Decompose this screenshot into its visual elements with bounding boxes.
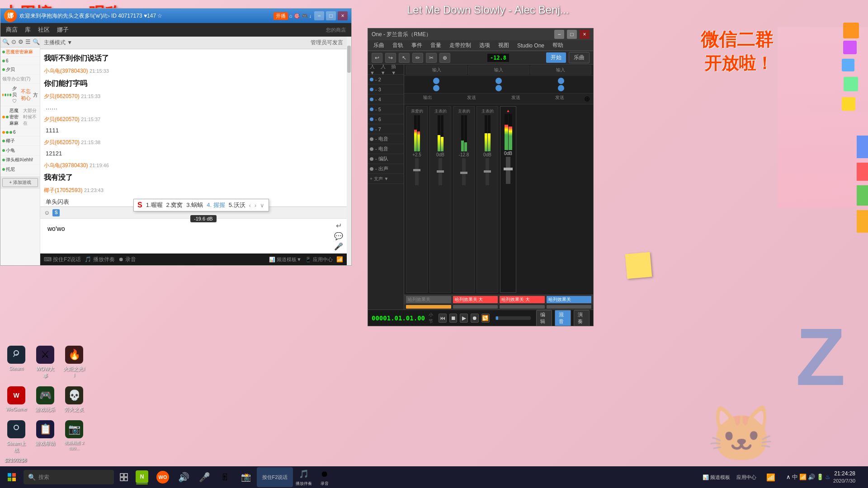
daw-music-btn[interactable]: 乐曲 (569, 52, 590, 63)
nav-nizi[interactable]: 娜子 (57, 26, 69, 34)
knob-1[interactable] (433, 78, 439, 84)
desktop-icon-wow[interactable]: ⚔ WOW大事 (33, 344, 58, 381)
sidebar-user-demon2[interactable]: 恶魔密密麻麻 大部分时候不在 (0, 106, 40, 128)
comment-icon[interactable]: 💬 (334, 232, 343, 240)
transport-play[interactable]: ▶ (460, 314, 468, 323)
window-controls[interactable]: − □ × (314, 11, 348, 20)
knob-2[interactable] (433, 85, 439, 91)
desktop-icon-torch[interactable]: 🔥 火炬之光II (61, 344, 87, 381)
ime-option-3[interactable]: 3.蜗蜗 (186, 201, 203, 209)
mic-icon[interactable]: 🎤 (334, 242, 343, 251)
desktop-icon-wegame[interactable]: W WeGame (4, 385, 29, 415)
ime-option-5[interactable]: 5.沃沃 (229, 201, 245, 209)
strip-3-db[interactable]: -12.8 (459, 152, 469, 157)
effect-4[interactable]: 哈列效果关 (547, 296, 592, 303)
sidebar-user-xibei2[interactable]: 夕贝♡ 不忘初心 方 (0, 84, 40, 106)
transport-prev[interactable]: ⏮ (439, 314, 447, 323)
taskbar-screenshot[interactable]: 📸 (236, 467, 256, 487)
daw-menu-help[interactable]: 帮助 (549, 41, 567, 50)
ime-expand[interactable]: ∨ (260, 202, 264, 209)
taskbar-audio[interactable]: 🔊 (174, 467, 193, 487)
daw-menu-view[interactable]: 视图 (495, 41, 513, 50)
sidebar-user-coconut[interactable]: 椰子 (0, 136, 40, 146)
start-button[interactable] (2, 467, 22, 487)
sidebar-user-demon[interactable]: 恶魔密密麻麻 (0, 47, 40, 57)
user-settings-icon[interactable]: ⚙ (18, 38, 24, 45)
daw-menu-studio[interactable]: Studio One (514, 42, 548, 50)
taskbar-gfx[interactable]: N (132, 467, 152, 487)
sidebar-user-xibei[interactable]: 夕贝 (0, 65, 40, 75)
toolbar-mode[interactable]: 主播模式 ▼ (44, 39, 72, 47)
record-btn[interactable]: ⏺ 录音 (118, 256, 136, 263)
sidebar-user-turtle[interactable]: 小龟 (0, 146, 40, 155)
master-db[interactable]: 0dB (504, 151, 512, 156)
tray-steam-icon[interactable]: ♨ (825, 474, 830, 480)
daw-menu-volume[interactable]: 音量 (427, 41, 445, 50)
desktop-icon-steam[interactable]: Steam (4, 344, 29, 381)
tray-battery[interactable]: 🔋 (816, 474, 824, 480)
user-list-icon[interactable]: ☰ (25, 38, 31, 45)
transport-perform[interactable]: 演奏 (574, 310, 590, 326)
daw-close[interactable]: × (580, 30, 590, 39)
daw-tool-cursor[interactable]: ↖ (399, 53, 410, 63)
desktop-icon-skull[interactable]: 💀 劳火之炙 (61, 385, 87, 415)
taskbar-music[interactable]: 🎵 播放伴奏 (294, 467, 314, 487)
transport-mix[interactable]: 混音 (555, 310, 571, 326)
ime-suggestion-bar[interactable]: S 1.喔喔 2.窝窝 3.蜗蜗 4. 握握 5.沃沃 ‹ › ∨ (133, 199, 269, 211)
ime-option-4[interactable]: 4. 握握 (207, 201, 225, 209)
ime-next[interactable]: › (255, 202, 256, 209)
task-view-btn[interactable] (116, 467, 132, 487)
daw-tool-pencil[interactable]: ✏ (412, 53, 423, 63)
desktop-icon-steam2[interactable]: Steam上线 (4, 418, 29, 455)
knob-6[interactable] (558, 85, 564, 91)
daw-tool-1[interactable]: ↩ (372, 53, 382, 63)
tray-network[interactable]: 📶 (799, 474, 807, 480)
effect-3[interactable]: 哈列效果关 大 (500, 296, 545, 303)
nav-community[interactable]: 社区 (38, 26, 50, 34)
emoji-icon[interactable]: ☺ (44, 209, 50, 216)
close-btn[interactable]: × (338, 11, 348, 20)
sidebar-user-office[interactable]: 领导办公室(7) (0, 75, 40, 84)
transport-loop[interactable]: 🔁 (481, 314, 490, 323)
daw-menu-track[interactable]: 音轨 (389, 41, 407, 50)
desktop-icon-screenshot[interactable]: 📷 视频截图 2020... (61, 418, 87, 455)
transport-stop[interactable]: ⏹ (449, 314, 458, 323)
sougou-icon[interactable]: S (52, 209, 60, 216)
strip-2-fader[interactable] (439, 158, 442, 185)
ime-option-1[interactable]: 1.喔喔 (146, 201, 163, 209)
tray-chevron[interactable]: ∧ (786, 474, 791, 480)
strip-1-fader[interactable] (415, 158, 419, 185)
transport-progress[interactable] (495, 316, 531, 320)
taskbar-apps[interactable]: 应用中心 (733, 467, 760, 487)
daw-add-output[interactable]: ⊕ (582, 94, 591, 103)
transport-record[interactable]: ⏺ (471, 314, 479, 323)
maximize-btn[interactable]: □ (326, 11, 336, 20)
scrollbar[interactable] (347, 37, 351, 265)
knob-5[interactable] (558, 78, 564, 84)
user-more-icon[interactable]: 🔍 (33, 38, 40, 45)
taskbar-wo[interactable]: WO (153, 467, 173, 487)
strip-4-db[interactable]: 0dB (483, 152, 491, 157)
sidebar-user-tony[interactable]: 托尼 (0, 165, 40, 174)
add-game-btn[interactable]: + 添加游戏 (2, 178, 38, 187)
send-icon[interactable]: ↵ (334, 221, 343, 230)
desktop-icon-yyx[interactable]: 🎮 游戏玩乐 (33, 385, 58, 415)
daw-tool-4[interactable]: ⊕ (439, 53, 450, 63)
chat-messages-list[interactable]: 我听不到你们说话了 小乌龟(39780430) 21:15:33 你们能打字吗 … (40, 49, 347, 206)
strip-2-db[interactable]: 0dB (436, 152, 444, 157)
strip-3-fader[interactable] (462, 158, 466, 185)
tray-ime[interactable]: 中 (792, 473, 798, 481)
ime-option-2[interactable]: 2.窝窝 (166, 201, 183, 209)
user-search-icon[interactable]: 🔍 (2, 38, 9, 45)
signal-icon[interactable]: 📶 (336, 256, 343, 263)
user-home-icon[interactable]: ⊙ (11, 38, 16, 45)
daw-menu-event[interactable]: 事件 (408, 41, 426, 50)
strip-1-db[interactable]: +2.5 (412, 152, 421, 157)
daw-menu-options[interactable]: 选项 (476, 41, 494, 50)
daw-maximize[interactable]: □ (567, 30, 577, 39)
daw-start-btn[interactable]: 开始 (546, 52, 566, 63)
taskbar-eq[interactable]: 🎚 (215, 467, 235, 487)
taskbar-mic[interactable]: 🎤 (194, 467, 214, 487)
taskbar-f2[interactable]: 按住F2说话 (257, 467, 293, 487)
ime-prev[interactable]: ‹ (249, 202, 251, 209)
